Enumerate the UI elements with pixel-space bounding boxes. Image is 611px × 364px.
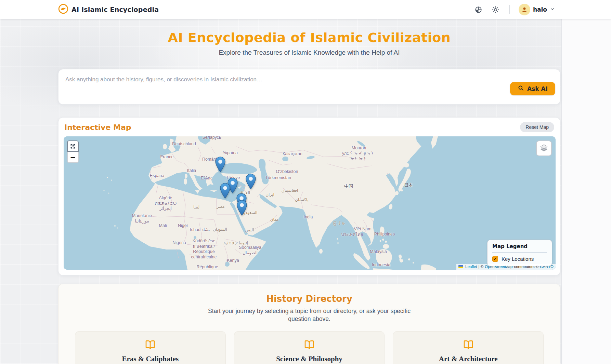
key-locations-label: Key Locations: [502, 256, 534, 262]
app-title: AI Islamic Encyclopedia: [72, 6, 159, 13]
leaflet-link[interactable]: Leaflet: [465, 265, 477, 269]
ask-ai-label: Ask AI: [527, 85, 548, 92]
map-marker-pin[interactable]: [246, 174, 256, 189]
map-legend-title: Map Legend: [492, 243, 547, 250]
chevron-down-icon: [550, 6, 555, 13]
category-label: Eras & Caliphates: [75, 355, 225, 363]
page-subtitle: Explore the Treasures of Islamic Knowled…: [58, 49, 560, 56]
category-label: Art & Architecture: [393, 355, 543, 363]
history-directory-description: Start your journey by selecting a topic …: [200, 307, 419, 323]
brand: AI Islamic Encyclopedia: [58, 4, 159, 15]
map-marker-pin[interactable]: [220, 183, 230, 199]
open-book-icon: [145, 345, 156, 351]
hero-section: AI Encyclopedia of Islamic Civilization …: [58, 19, 560, 56]
open-book-icon: [304, 345, 315, 351]
avatar: [519, 4, 530, 15]
map-marker-pin[interactable]: [237, 200, 247, 216]
legend-divider: [492, 252, 547, 253]
attribution-separator: | ©: [479, 265, 484, 269]
history-directory-title: History Directory: [75, 294, 544, 304]
map-marker-pin[interactable]: [215, 157, 225, 172]
right-margin-strip: [561, 19, 611, 364]
user-name: halo: [533, 6, 547, 13]
category-row: Eras & Caliphates Science & Philosophy A…: [75, 331, 544, 364]
search-icon: [518, 85, 524, 93]
basemap-tiles: [64, 136, 556, 270]
map-controls: −: [67, 140, 79, 163]
globe-icon[interactable]: [474, 5, 483, 14]
logo-icon: [58, 4, 68, 15]
user-menu[interactable]: halo: [519, 4, 555, 15]
category-card[interactable]: Eras & Caliphates: [75, 331, 226, 364]
layers-icon[interactable]: [536, 140, 552, 156]
map-section-title: Interactive Map: [64, 123, 131, 132]
fullscreen-icon[interactable]: [67, 140, 79, 152]
key-locations-toggle[interactable]: ✓ Key Locations: [492, 256, 547, 262]
interactive-map-card: Interactive Map Reset Map: [58, 117, 560, 275]
ask-input[interactable]: [65, 76, 496, 97]
top-navbar: AI Islamic Encyclopedia halo: [0, 0, 611, 19]
page-body: AI Encyclopedia of Islamic Civilization …: [0, 19, 611, 364]
ukraine-flag-icon: [458, 265, 463, 268]
category-label: Science & Philosophy: [234, 355, 385, 363]
category-card[interactable]: Art & Architecture: [393, 331, 544, 364]
map-legend: Map Legend ✓ Key Locations: [487, 240, 552, 266]
reset-map-button[interactable]: Reset Map: [520, 122, 554, 132]
navbar-actions: halo: [474, 4, 555, 15]
ask-ai-card: Ask AI: [58, 69, 560, 105]
ask-ai-button[interactable]: Ask AI: [510, 82, 555, 95]
category-card[interactable]: Science & Philosophy: [234, 331, 385, 364]
sun-icon[interactable]: [491, 5, 500, 14]
navbar-divider: [509, 5, 510, 14]
page-title: AI Encyclopedia of Islamic Civilization: [58, 30, 560, 45]
checkbox-checked-icon[interactable]: ✓: [492, 256, 498, 262]
zoom-out-button[interactable]: −: [67, 152, 79, 163]
open-book-icon: [463, 345, 474, 351]
history-directory-card: History Directory Start your journey by …: [58, 284, 560, 364]
map-canvas[interactable]: − Map Legend ✓ Key Location: [64, 136, 556, 270]
